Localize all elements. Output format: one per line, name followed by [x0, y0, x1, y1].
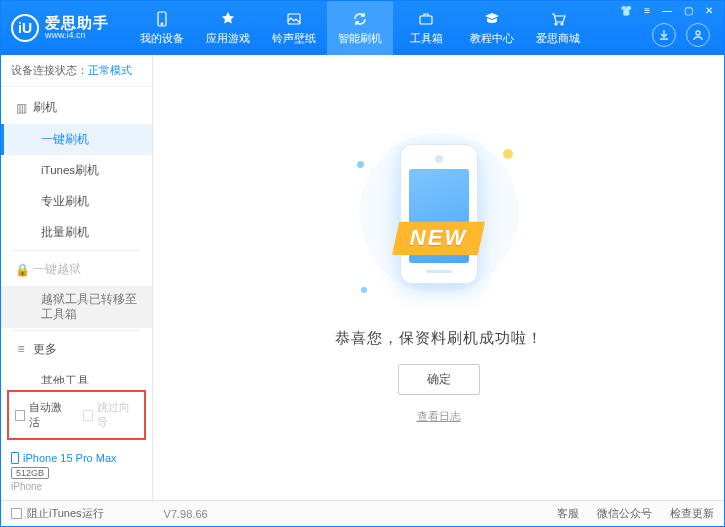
logo-icon: iU [11, 14, 39, 42]
more-icon: ≡ [15, 342, 27, 356]
success-message: 恭喜您，保资料刷机成功啦！ [335, 329, 543, 348]
svg-rect-3 [420, 16, 432, 24]
nav-store[interactable]: 爱思商城 [525, 1, 591, 55]
phone-icon [153, 10, 171, 28]
nav-tutorials[interactable]: 教程中心 [459, 1, 525, 55]
device-type: iPhone [11, 481, 142, 492]
list-icon: ▥ [15, 101, 27, 115]
group-jailbreak: 🔒一键越狱 [1, 253, 152, 286]
sidebar-item-itunes-flash[interactable]: iTunes刷机 [1, 155, 152, 186]
close-icon[interactable]: ✕ [702, 5, 716, 16]
device-info: iPhone 15 Pro Max 512GB iPhone [1, 446, 152, 500]
menu-icon[interactable]: ≡ [641, 5, 653, 16]
cart-icon [549, 10, 567, 28]
group-flash[interactable]: ▥刷机 [1, 91, 152, 124]
device-status: 设备连接状态：正常模式 [1, 55, 152, 87]
sidebar-item-other-tools[interactable]: 其他工具 [1, 366, 152, 384]
nav-smart-flash[interactable]: 智能刷机 [327, 1, 393, 55]
sidebar-item-pro-flash[interactable]: 专业刷机 [1, 186, 152, 217]
download-button[interactable] [652, 23, 676, 47]
checkbox-block-itunes[interactable]: 阻止iTunes运行 [11, 506, 104, 521]
nav-apps-games[interactable]: 应用游戏 [195, 1, 261, 55]
svg-point-4 [555, 23, 557, 25]
image-icon [285, 10, 303, 28]
device-storage: 512GB [11, 467, 49, 479]
checkbox-skip-wizard[interactable]: 跳过向导 [83, 400, 139, 430]
sidebar: 设备连接状态：正常模式 ▥刷机 一键刷机 iTunes刷机 专业刷机 批量刷机 … [1, 55, 153, 500]
success-illustration: NEW [339, 131, 539, 311]
apps-icon [219, 10, 237, 28]
toolbox-icon [417, 10, 435, 28]
main-content: NEW 恭喜您，保资料刷机成功啦！ 确定 查看日志 [153, 55, 724, 500]
nav-toolbox[interactable]: 工具箱 [393, 1, 459, 55]
nav-ringtones[interactable]: 铃声壁纸 [261, 1, 327, 55]
user-button[interactable] [686, 23, 710, 47]
new-ribbon: NEW [392, 221, 485, 255]
version-label: V7.98.66 [164, 508, 208, 520]
footer-link-update[interactable]: 检查更新 [670, 506, 714, 521]
checkbox-auto-activate[interactable]: 自动激活 [15, 400, 71, 430]
app-subtitle: www.i4.cn [45, 31, 109, 41]
ok-button[interactable]: 确定 [398, 364, 480, 395]
maximize-icon[interactable]: ▢ [681, 5, 696, 16]
minimize-icon[interactable]: — [659, 5, 675, 16]
sidebar-item-jailbreak-moved[interactable]: 越狱工具已转移至工具箱 [1, 286, 152, 328]
view-log-link[interactable]: 查看日志 [417, 409, 461, 424]
lock-icon: 🔒 [15, 263, 27, 277]
graduation-icon [483, 10, 501, 28]
titlebar: iU 爱思助手 www.i4.cn 我的设备 应用游戏 铃声壁纸 智能刷机 [1, 1, 724, 55]
footer-link-wechat[interactable]: 微信公众号 [597, 506, 652, 521]
nav-my-device[interactable]: 我的设备 [129, 1, 195, 55]
skin-icon[interactable]: 👕 [617, 5, 635, 16]
top-nav: 我的设备 应用游戏 铃声壁纸 智能刷机 工具箱 教程中心 [129, 1, 591, 55]
footer: 阻止iTunes运行 V7.98.66 客服 微信公众号 检查更新 [1, 500, 724, 526]
window-controls: 👕 ≡ — ▢ ✕ [609, 1, 724, 20]
footer-link-support[interactable]: 客服 [557, 506, 579, 521]
app-title: 爱思助手 [45, 15, 109, 32]
phone-mini-icon [11, 452, 19, 464]
svg-point-1 [161, 23, 163, 25]
sidebar-item-batch-flash[interactable]: 批量刷机 [1, 217, 152, 248]
refresh-icon [351, 10, 369, 28]
sidebar-item-one-click-flash[interactable]: 一键刷机 [1, 124, 152, 155]
app-logo: iU 爱思助手 www.i4.cn [11, 14, 109, 42]
svg-point-6 [696, 31, 700, 35]
svg-point-5 [561, 23, 563, 25]
group-more[interactable]: ≡更多 [1, 333, 152, 366]
highlighted-checkbox-row: 自动激活 跳过向导 [7, 390, 146, 440]
device-name[interactable]: iPhone 15 Pro Max [11, 452, 142, 464]
